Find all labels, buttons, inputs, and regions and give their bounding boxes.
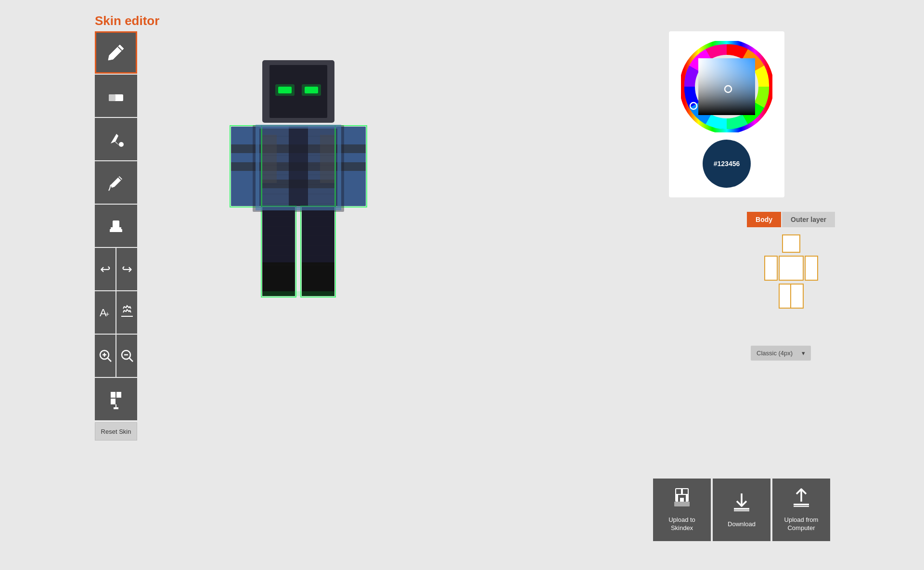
svg-rect-84	[683, 489, 688, 494]
skindex-icon	[671, 487, 693, 512]
body-tabs: Body Outer layer	[747, 212, 835, 227]
eyedropper-tool-button[interactable]	[95, 161, 137, 204]
skin-part-right-leg[interactable]	[790, 284, 804, 309]
svg-line-17	[129, 358, 133, 362]
svg-rect-2	[109, 94, 116, 101]
skin-preview-area	[202, 31, 395, 378]
chevron-down-icon: ▾	[802, 350, 805, 357]
skin-body-diagram	[760, 234, 822, 340]
redo-button[interactable]: ↪	[116, 248, 137, 290]
reset-skin-button[interactable]: Reset Skin	[95, 422, 137, 440]
pencil-tool-button[interactable]	[95, 31, 137, 74]
stamp-tool-button[interactable]	[95, 205, 137, 247]
svg-line-14	[108, 358, 111, 362]
download-button[interactable]: Download	[713, 479, 770, 541]
body-tab-outer-layer[interactable]: Outer layer	[782, 212, 835, 227]
svg-rect-47	[262, 262, 295, 296]
svg-rect-86	[678, 498, 680, 502]
color-wheel-svg[interactable]	[681, 41, 772, 132]
svg-text:+: +	[105, 310, 109, 318]
action-buttons-container: Upload toSkindex Download Upload fromCom…	[653, 479, 830, 541]
svg-rect-22	[114, 407, 118, 409]
svg-rect-74	[262, 291, 334, 296]
upload-from-computer-button[interactable]: Upload fromComputer	[772, 479, 830, 541]
upload-computer-label: Upload fromComputer	[784, 516, 819, 532]
move-tool-button[interactable]: A +	[95, 291, 116, 334]
svg-rect-87	[684, 498, 686, 502]
page-title: Skin editor	[95, 13, 159, 28]
color-hex-display[interactable]: #123456	[703, 140, 751, 188]
toolbar: ↩ ↪ A +	[95, 31, 138, 440]
color-picker-panel: #123456	[669, 31, 784, 197]
svg-rect-20	[111, 399, 116, 404]
noise-tool-button[interactable]	[116, 291, 137, 334]
skin-part-head[interactable]	[782, 234, 800, 253]
upload-to-skindex-button[interactable]: Upload toSkindex	[653, 479, 711, 541]
skin-part-left-arm[interactable]	[764, 256, 778, 281]
upload-skindex-label: Upload toSkindex	[668, 516, 695, 532]
skin-type-label: Classic (4px)	[757, 350, 793, 357]
skin-part-torso[interactable]	[779, 256, 804, 281]
layout-tool-button[interactable]	[95, 378, 137, 420]
undo-button[interactable]: ↩	[95, 248, 116, 290]
eraser-tool-button[interactable]	[95, 75, 137, 117]
body-tab-body[interactable]: Body	[747, 212, 781, 227]
skin-part-right-arm[interactable]	[805, 256, 818, 281]
zoom-out-button[interactable]	[116, 335, 137, 377]
svg-rect-24	[262, 60, 334, 123]
svg-rect-60	[253, 125, 344, 212]
svg-rect-50	[302, 262, 334, 296]
color-wheel-container[interactable]	[681, 41, 772, 132]
zoom-in-button[interactable]	[95, 335, 116, 377]
skin-type-dropdown[interactable]: Classic (4px) ▾	[751, 346, 811, 361]
svg-rect-28	[302, 84, 321, 96]
download-icon	[731, 492, 752, 517]
svg-point-3	[119, 142, 124, 147]
svg-rect-83	[676, 489, 681, 494]
download-label: Download	[728, 520, 756, 529]
svg-rect-88	[674, 502, 690, 506]
svg-rect-85	[678, 495, 686, 498]
svg-rect-19	[116, 392, 121, 398]
fill-tool-button[interactable]	[95, 118, 137, 160]
upload-icon	[791, 487, 812, 512]
svg-rect-18	[111, 392, 116, 398]
skin-svg	[217, 55, 380, 354]
body-layer-selector: Body Outer layer	[747, 212, 835, 340]
svg-rect-27	[275, 84, 295, 96]
svg-rect-7	[111, 227, 121, 230]
